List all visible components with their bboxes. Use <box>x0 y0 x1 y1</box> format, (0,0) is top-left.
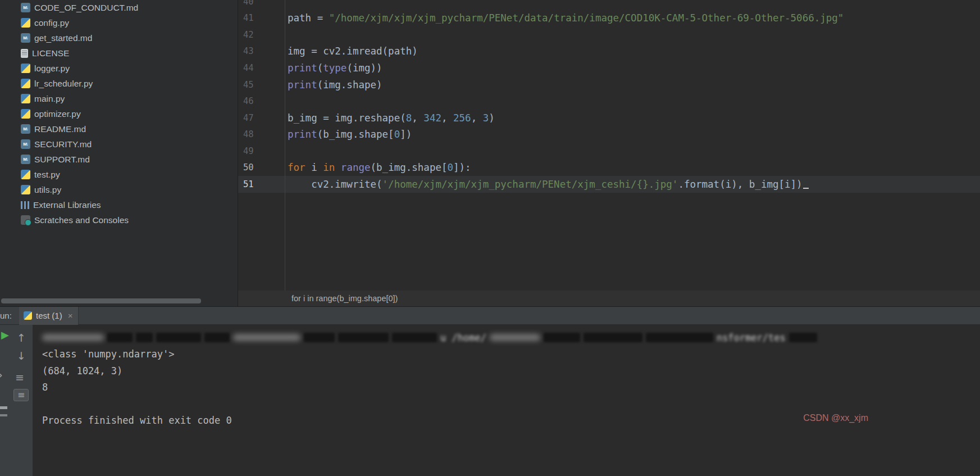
redacted-fragment <box>204 333 230 342</box>
redacted-fragment <box>233 334 300 341</box>
tree-item-label: LICENSE <box>32 48 69 58</box>
csdn-watermark: CSDN @xx_xjm <box>803 413 868 423</box>
markdown-icon: M↓ <box>21 139 30 149</box>
redacted-fragment <box>304 333 335 342</box>
redacted-fragment: u /home/ <box>440 332 486 343</box>
editor-line-48[interactable]: 48print(b_img.shape[0]) <box>238 126 980 143</box>
line-number: 46 <box>238 96 285 106</box>
markdown-icon: M↓ <box>21 3 30 12</box>
markdown-icon: M↓ <box>21 33 30 43</box>
tree-item-readme-md[interactable]: M↓README.md <box>0 121 238 137</box>
tree-item-utils-py[interactable]: utils.py <box>0 182 238 197</box>
rerun-icon[interactable]: ▶ <box>1 330 9 340</box>
libraries-icon <box>21 201 29 209</box>
console-line <box>42 396 980 412</box>
line-code: img = cv2.imread(path) <box>285 46 980 57</box>
redacted-fragment <box>584 333 642 342</box>
tree-item-lr-scheduler-py[interactable]: lr_scheduler.py <box>0 76 238 91</box>
skip-icon[interactable]: » <box>0 370 3 380</box>
redacted-fragment <box>338 333 389 342</box>
project-tree: M↓CODE_OF_CONDUCT.mdconfig.pyM↓get_start… <box>0 0 238 228</box>
tree-item-support-md[interactable]: M↓SUPPORT.md <box>0 152 238 167</box>
python-icon <box>21 79 30 88</box>
editor-line-47[interactable]: 47b_img = img.reshape(8, 342, 256, 3) <box>238 110 980 126</box>
tree-item-label: config.py <box>34 18 69 28</box>
tree-item-label: Scratches and Consoles <box>34 215 129 225</box>
editor-line-49[interactable]: 49 <box>238 143 980 160</box>
down-icon[interactable]: ↓ <box>17 351 26 361</box>
line-number: 49 <box>238 146 285 156</box>
editor-context-bar: for i in range(b_img.shape[0]) <box>238 291 980 306</box>
redacted-fragment <box>544 333 580 342</box>
run-toolbar: ▶↑↓»≡≡ <box>0 325 33 476</box>
markdown-icon: M↓ <box>21 155 30 164</box>
line-code: print(b_img.shape[0]) <box>285 129 980 140</box>
python-icon <box>21 94 30 103</box>
scratches-icon <box>21 215 30 225</box>
tree-item-label: main.py <box>34 94 65 104</box>
redacted-fragment: nsformer/tes <box>717 332 786 343</box>
line-number: 45 <box>238 80 285 90</box>
project-panel-horizontal-scrollbar[interactable] <box>1 298 201 303</box>
up-icon[interactable]: ↑ <box>17 333 26 343</box>
tree-item-label: utils.py <box>34 185 61 195</box>
tree-item-code-of-conduct-md[interactable]: M↓CODE_OF_CONDUCT.md <box>0 0 238 15</box>
redacted-fragment <box>646 333 713 342</box>
tab-close-icon[interactable]: × <box>68 311 73 320</box>
tree-item-label: CODE_OF_CONDUCT.md <box>34 3 138 13</box>
project-tree-panel: M↓CODE_OF_CONDUCT.mdconfig.pyM↓get_start… <box>0 0 238 306</box>
editor-line-46[interactable]: 46 <box>238 93 980 110</box>
editor-line-44[interactable]: 44print(type(img)) <box>238 60 980 76</box>
tree-item-scratches-and-consoles[interactable]: Scratches and Consoles <box>0 212 238 228</box>
editor-line-40[interactable]: 40 <box>238 0 980 10</box>
tree-item-logger-py[interactable]: logger.py <box>0 61 238 76</box>
tree-item-config-py[interactable]: config.py <box>0 15 238 30</box>
run-tab-test[interactable]: test (1) × <box>19 307 79 325</box>
tree-item-security-md[interactable]: M↓SECURITY.md <box>0 137 238 152</box>
tree-item-main-py[interactable]: main.py <box>0 91 238 106</box>
python-icon <box>21 18 30 28</box>
tree-item-license[interactable]: LICENSE <box>0 46 238 61</box>
redacted-fragment <box>136 333 153 342</box>
python-icon <box>21 64 30 73</box>
redacted-fragment <box>107 333 133 342</box>
editor-line-51[interactable]: 51 cv2.imwrite('/home/xjm/xjm/xjm_pychar… <box>238 176 980 193</box>
tree-item-get-started-md[interactable]: M↓get_started.md <box>0 30 238 46</box>
line-number: 51 <box>238 179 285 189</box>
line-code: b_img = img.reshape(8, 342, 256, 3) <box>285 112 980 124</box>
console-line: <class 'numpy.ndarray'> <box>42 346 980 363</box>
soft-wrap-icon[interactable]: ≡ <box>13 389 29 401</box>
line-number: 48 <box>238 129 285 139</box>
tree-item-label: test.py <box>34 170 60 180</box>
file-icon <box>21 49 28 58</box>
line-number: 50 <box>238 162 285 173</box>
line-number: 47 <box>238 113 285 123</box>
run-tool-window: un: test (1) × ▶↑↓»≡≡ u /home/nsformer/t… <box>0 306 980 476</box>
python-icon <box>21 109 30 119</box>
redacted-fragment <box>156 333 201 342</box>
line-code: for i in range(b_img.shape[0]): <box>285 162 980 173</box>
line-code: print(img.shape) <box>285 79 980 90</box>
gutter-separator <box>285 0 285 291</box>
tree-item-label: SUPPORT.md <box>34 155 90 165</box>
tree-item-external-libraries[interactable]: External Libraries <box>0 197 238 212</box>
python-icon <box>24 311 32 320</box>
code-area[interactable]: 4041path = "/home/xjm/xjm/xjm_pycharm/PE… <box>238 0 980 193</box>
console-redacted-line: u /home/nsformer/tes <box>42 329 980 346</box>
line-number: 44 <box>238 63 285 73</box>
editor-line-41[interactable]: 41path = "/home/xjm/xjm/xjm_pycharm/PENe… <box>238 10 980 27</box>
run-tab-label: test (1) <box>36 311 62 320</box>
run-tab-row: un: test (1) × <box>0 307 980 325</box>
editor-line-42[interactable]: 42 <box>238 26 980 43</box>
tree-item-optimizer-py[interactable]: optimizer.py <box>0 106 238 121</box>
options-icon[interactable]: ≡ <box>15 372 24 383</box>
editor-line-43[interactable]: 43img = cv2.imread(path) <box>238 43 980 60</box>
editor-line-45[interactable]: 45print(img.shape) <box>238 76 980 93</box>
tree-item-test-py[interactable]: test.py <box>0 167 238 182</box>
editor-panel[interactable]: 4041path = "/home/xjm/xjm/xjm_pycharm/PE… <box>238 0 980 291</box>
editor-line-50[interactable]: 50for i in range(b_img.shape[0]): <box>238 159 980 176</box>
tree-item-label: logger.py <box>34 64 70 74</box>
line-number: 40 <box>238 0 285 7</box>
line-number: 42 <box>238 30 285 40</box>
line-code: print(type(img)) <box>285 62 980 74</box>
